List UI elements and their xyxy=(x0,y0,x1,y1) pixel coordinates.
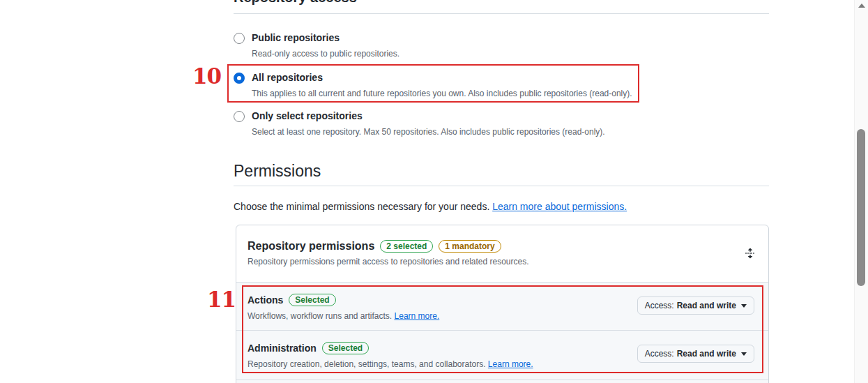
permissions-intro-text: Choose the minimal permissions necessary… xyxy=(234,201,489,212)
panel-header: Repository permissions 2 selected 1 mand… xyxy=(236,225,768,282)
scrollbar[interactable] xyxy=(854,0,868,383)
scrollbar-thumb[interactable] xyxy=(857,129,865,286)
unfold-icon[interactable] xyxy=(745,248,756,262)
selected-count-badge: 2 selected xyxy=(380,240,433,253)
panel-title-row: Repository permissions 2 selected 1 mand… xyxy=(248,240,757,253)
scroll-up-arrow-icon[interactable] xyxy=(858,3,865,8)
radio-only-select-repositories[interactable] xyxy=(234,111,245,122)
mandatory-count-badge: 1 mandatory xyxy=(439,240,501,253)
divider xyxy=(234,186,769,186)
annotation-number-11: 11 xyxy=(207,289,236,310)
settings-page: Repository access Public repositories Re… xyxy=(0,0,868,383)
radio-option-text: Public repositories Read-only access to … xyxy=(252,32,399,59)
panel-title: Repository permissions xyxy=(248,240,374,253)
next-row-clipped xyxy=(236,380,768,383)
panel-description: Repository permissions permit access to … xyxy=(248,257,757,266)
radio-option-only-select-repositories[interactable]: Only select repositories Select at least… xyxy=(234,110,680,137)
annotation-box-11 xyxy=(242,285,763,373)
divider xyxy=(234,13,769,14)
radio-option-text: Only select repositories Select at least… xyxy=(252,110,605,137)
annotation-number-10: 10 xyxy=(192,66,221,87)
radio-option-public-repositories[interactable]: Public repositories Read-only access to … xyxy=(234,32,680,59)
radio-option-description: Select at least one repository. Max 50 r… xyxy=(252,127,605,137)
radio-public-repositories[interactable] xyxy=(234,33,245,44)
learn-more-permissions-link[interactable]: Learn more about permissions. xyxy=(492,201,627,212)
repository-access-heading: Repository access xyxy=(234,0,357,6)
radio-option-label[interactable]: Public repositories xyxy=(252,32,399,44)
permissions-intro: Choose the minimal permissions necessary… xyxy=(234,201,627,212)
radio-option-label[interactable]: Only select repositories xyxy=(252,110,605,122)
annotation-box-10 xyxy=(227,64,639,103)
permissions-heading: Permissions xyxy=(234,162,321,181)
radio-option-description: Read-only access to public repositories. xyxy=(252,49,399,59)
